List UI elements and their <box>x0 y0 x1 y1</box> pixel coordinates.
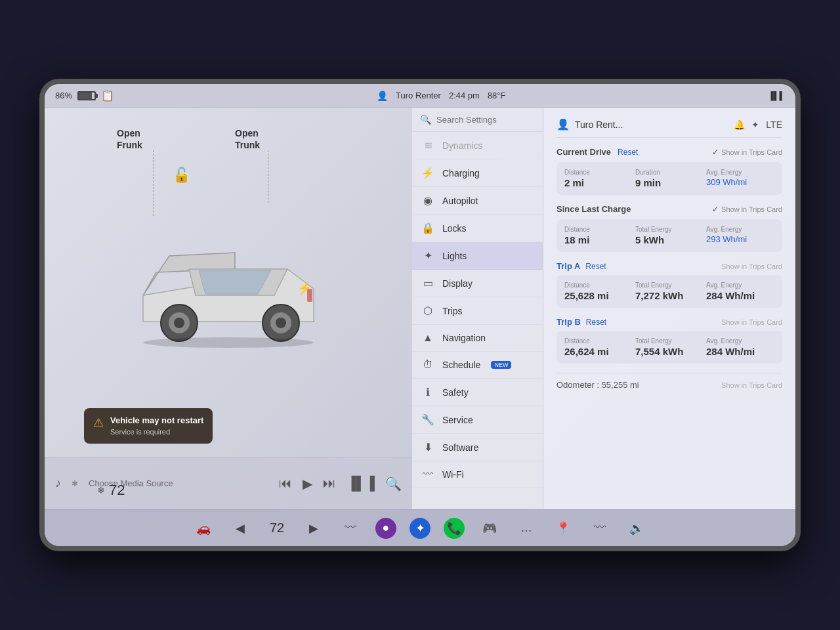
trip-b-avg-energy: Avg. Energy 284 Wh/mi <box>706 337 774 357</box>
taskbar-phone[interactable]: 📞 <box>444 518 465 539</box>
user-avatar-icon: 👤 <box>556 118 570 131</box>
taskbar-game[interactable]: 🎮 <box>478 516 501 540</box>
taskbar-media[interactable]: ● <box>375 518 396 539</box>
trip-b-distance: Distance 26,624 mi <box>564 337 633 357</box>
since-last-charge-header: Since Last Charge ✓ Show in Trips Card <box>556 204 782 214</box>
service-menu-label: Service <box>442 415 473 425</box>
charge-avg-energy: Avg. Energy 293 Wh/mi <box>706 226 774 245</box>
menu-item-autopilot[interactable]: ◉Autopilot <box>412 187 543 215</box>
menu-item-software[interactable]: ⬇Software <box>412 434 543 461</box>
status-time: 2:44 pm <box>449 91 480 100</box>
current-avg-energy: Avg. Energy 309 Wh/mi <box>706 169 774 188</box>
taskbar-car[interactable]: 🚗 <box>192 516 215 540</box>
charge-total-energy: Total Energy 5 kWh <box>635 226 704 245</box>
trip-a-reset[interactable]: Reset <box>585 262 606 271</box>
current-distance: Distance 2 mi <box>564 169 633 188</box>
battery-indicator <box>77 91 96 100</box>
menu-item-schedule[interactable]: ⏱ScheduleNEW <box>412 352 543 379</box>
lte-icon: LTE <box>766 119 782 130</box>
wifi-menu-label: Wi-Fi <box>442 469 464 480</box>
navigation-menu-icon: ▲ <box>421 332 434 344</box>
wifi-menu-icon: 〰 <box>421 469 434 480</box>
trip-a-header: Trip A Reset Show in Trips Card <box>556 261 782 271</box>
navigation-menu-label: Navigation <box>442 333 486 343</box>
status-temp: 88°F <box>488 91 506 100</box>
locks-menu-icon: 🔒 <box>421 222 434 234</box>
odometer-row: Odometer : 55,255 mi Show in Trips Card <box>556 373 782 390</box>
trip-a-section: Trip A Reset Show in Trips Card Distance… <box>556 261 782 308</box>
left-panel: Open Frunk Open Trunk 🔓 <box>45 108 412 509</box>
taskbar-nav[interactable]: 📍 <box>551 516 575 540</box>
menu-item-dynamics[interactable]: ≋Dynamics <box>412 132 543 159</box>
menu-item-navigation[interactable]: ▲Navigation <box>412 325 543 352</box>
taskbar-bluetooth[interactable]: ✦ <box>410 518 430 539</box>
service-menu-icon: 🔧 <box>421 413 434 426</box>
trip-b-show-trips: Show in Trips Card <box>721 318 782 326</box>
display-menu-icon: ▭ <box>421 277 434 289</box>
files-icon: 📋 <box>101 89 114 102</box>
dynamics-menu-label: Dynamics <box>442 140 482 151</box>
current-drive-header: Current Drive Reset ✓ Show in Trips Card <box>556 147 782 157</box>
trips-menu-icon: ⬡ <box>421 304 434 317</box>
trip-b-stats: Distance 26,624 mi Total Energy 7,554 kW… <box>556 331 782 364</box>
settings-menu: 🔍 ≋Dynamics⚡Charging◉Autopilot🔒Locks✦Lig… <box>412 108 543 509</box>
menu-item-service[interactable]: 🔧Service <box>412 406 543 434</box>
since-last-charge-show-trips: ✓ Show in Trips Card <box>712 205 782 214</box>
taskbar-back[interactable]: ◀ <box>228 516 252 540</box>
search-bar: 🔍 <box>412 108 543 132</box>
menu-item-lights[interactable]: ✦Lights <box>412 242 543 270</box>
search-input[interactable] <box>436 115 543 125</box>
bluetooth-icon[interactable]: ✦ <box>751 119 759 130</box>
schedule-badge: NEW <box>491 361 511 369</box>
user-row: 👤 Turo Rent... 🔔 ✦ LTE <box>556 118 782 138</box>
fan-icon: ❄ <box>97 485 105 495</box>
current-drive-show-trips: ✓ Show in Trips Card <box>712 148 782 157</box>
main-content: Open Frunk Open Trunk 🔓 <box>45 108 795 509</box>
display-menu-label: Display <box>442 278 472 289</box>
safety-menu-label: Safety <box>442 387 469 398</box>
equalizer-icon: ▐▌▐ <box>346 476 375 491</box>
autopilot-menu-icon: ◉ <box>421 194 434 207</box>
autopilot-menu-label: Autopilot <box>442 196 478 206</box>
taskbar-more[interactable]: … <box>514 516 538 540</box>
trips-menu-label: Trips <box>442 306 463 316</box>
menu-item-display[interactable]: ▭Display <box>412 270 543 297</box>
warning-sub: Service is required <box>110 427 203 437</box>
trip-a-total-energy: Total Energy 7,272 kWh <box>635 282 704 301</box>
trip-b-label: Trip B <box>556 317 581 327</box>
taskbar-fan[interactable]: 〰 <box>339 516 362 540</box>
menu-list: ≋Dynamics⚡Charging◉Autopilot🔒Locks✦Light… <box>412 132 543 509</box>
play-btn[interactable]: ▶ <box>303 476 312 492</box>
battery-icon <box>77 91 96 100</box>
lights-menu-icon: ✦ <box>421 249 434 262</box>
charge-distance: Distance 18 mi <box>564 226 633 245</box>
taskbar-volume[interactable]: 🔊 <box>625 516 648 540</box>
menu-item-wifi[interactable]: 〰Wi-Fi <box>412 461 543 488</box>
menu-item-locks[interactable]: 🔒Locks <box>412 215 543 242</box>
bell-icon[interactable]: 🔔 <box>734 119 745 130</box>
charging-menu-label: Charging <box>442 168 480 178</box>
next-track-btn[interactable]: ⏭ <box>323 476 336 491</box>
taskbar-temp[interactable]: 72 <box>265 516 289 540</box>
taskbar-forward[interactable]: ▶ <box>302 516 326 540</box>
trip-b-reset[interactable]: Reset <box>586 318 606 327</box>
checkmark2-icon: ✓ <box>712 205 719 214</box>
trip-a-distance: Distance 25,628 mi <box>564 282 633 301</box>
software-menu-icon: ⬇ <box>421 441 434 453</box>
prev-track-btn[interactable]: ⏮ <box>279 476 292 491</box>
warning-icon: ⚠ <box>93 415 104 430</box>
search-btn[interactable]: 🔍 <box>385 476 402 492</box>
charging-menu-icon: ⚡ <box>421 167 434 179</box>
taskbar-dots[interactable]: 〰 <box>588 516 612 540</box>
trip-a-avg-energy: Avg. Energy 284 Wh/mi <box>706 282 774 301</box>
safety-menu-icon: ℹ <box>421 386 434 398</box>
music-icon: ♪ <box>55 476 61 490</box>
since-last-charge-stats: Distance 18 mi Total Energy 5 kWh Avg. E… <box>556 219 782 252</box>
menu-item-safety[interactable]: ℹSafety <box>412 379 543 406</box>
current-drive-reset[interactable]: Reset <box>618 148 638 157</box>
schedule-menu-label: Schedule <box>442 360 480 370</box>
notification-icons: 🔔 ✦ LTE <box>734 119 782 130</box>
checkmark-icon: ✓ <box>712 148 719 157</box>
menu-item-trips[interactable]: ⬡Trips <box>412 297 543 325</box>
menu-item-charging[interactable]: ⚡Charging <box>412 159 543 187</box>
